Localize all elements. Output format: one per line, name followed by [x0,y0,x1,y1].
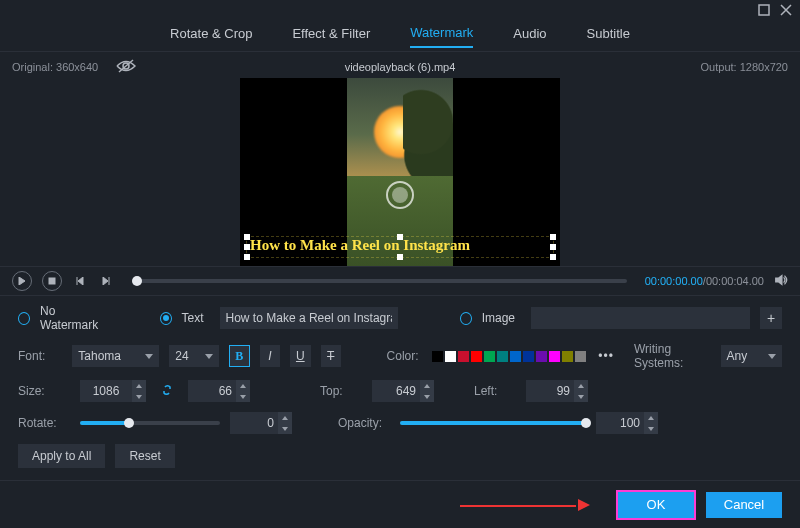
width-stepper[interactable] [80,380,146,402]
volume-icon[interactable] [774,273,788,290]
seek-slider[interactable] [132,279,627,283]
italic-button[interactable]: I [260,345,280,367]
left-stepper[interactable] [526,380,588,402]
tab-effect-filter[interactable]: Effect & Filter [292,26,370,47]
color-swatch[interactable] [484,351,495,362]
radio-text[interactable] [160,312,172,325]
opacity-label: Opacity: [338,416,390,430]
link-size-icon[interactable] [160,383,174,400]
reset-button[interactable]: Reset [115,444,174,468]
radio-no-watermark[interactable] [18,312,30,325]
writing-systems-select[interactable]: Any [721,345,782,367]
bold-button[interactable]: B [229,345,250,367]
font-size-select[interactable]: 24 [169,345,219,367]
time-display: 00:00:00.00/00:00:04.00 [645,275,764,287]
color-swatch[interactable] [432,351,443,362]
color-swatch[interactable] [575,351,586,362]
rotate-slider[interactable] [80,421,220,425]
add-image-button[interactable]: + [760,307,782,329]
top-label: Top: [320,384,362,398]
tab-watermark[interactable]: Watermark [410,25,473,48]
color-swatch[interactable] [549,351,560,362]
svg-rect-0 [759,5,769,15]
opacity-slider[interactable] [400,421,586,425]
preview-toggle-icon[interactable] [116,59,136,75]
next-frame-button[interactable] [98,273,114,289]
color-swatch[interactable] [471,351,482,362]
strike-button[interactable]: T [321,345,341,367]
color-swatch[interactable] [458,351,469,362]
no-watermark-label: No Watermark [40,304,110,332]
cancel-button[interactable]: Cancel [706,492,782,518]
font-family-select[interactable]: Tahoma [72,345,159,367]
watermark-text-input[interactable] [220,307,398,329]
svg-rect-3 [49,278,55,284]
rotate-stepper[interactable] [230,412,292,434]
color-swatch[interactable] [497,351,508,362]
color-swatches[interactable] [432,351,586,362]
opacity-stepper[interactable] [596,412,658,434]
original-size-label: Original: 360x640 [12,61,98,73]
prev-frame-button[interactable] [72,273,88,289]
color-swatch[interactable] [445,351,456,362]
height-stepper[interactable] [188,380,250,402]
apply-all-button[interactable]: Apply to All [18,444,105,468]
tab-audio[interactable]: Audio [513,26,546,47]
font-label: Font: [18,349,62,363]
tab-rotate-crop[interactable]: Rotate & Crop [170,26,252,47]
left-label: Left: [474,384,516,398]
size-label: Size: [18,384,70,398]
watermark-image-input[interactable] [531,307,750,329]
writing-systems-label: Writing Systems: [634,342,711,370]
rotate-label: Rotate: [18,416,70,430]
top-stepper[interactable] [372,380,434,402]
color-swatch[interactable] [536,351,547,362]
text-label: Text [182,311,204,325]
stop-button[interactable] [42,271,62,291]
ok-button[interactable]: OK [618,492,694,518]
underline-button[interactable]: U [290,345,310,367]
maximize-icon[interactable] [758,4,770,19]
color-label: Color: [387,349,423,363]
output-size-label: Output: 1280x720 [701,61,788,73]
video-preview: How to Make a Reel on Instagram [0,78,800,266]
color-swatch[interactable] [562,351,573,362]
filename-label: videoplayback (6).mp4 [345,61,456,73]
close-icon[interactable] [780,4,792,19]
color-swatch[interactable] [510,351,521,362]
watermark-overlay-text[interactable]: How to Make a Reel on Instagram [250,237,550,254]
play-button[interactable] [12,271,32,291]
color-swatch[interactable] [523,351,534,362]
tab-subtitle[interactable]: Subtitle [587,26,630,47]
radio-image[interactable] [460,312,472,325]
more-colors-icon[interactable]: ••• [598,349,614,363]
image-label: Image [482,311,515,325]
annotation-arrow [460,504,590,506]
